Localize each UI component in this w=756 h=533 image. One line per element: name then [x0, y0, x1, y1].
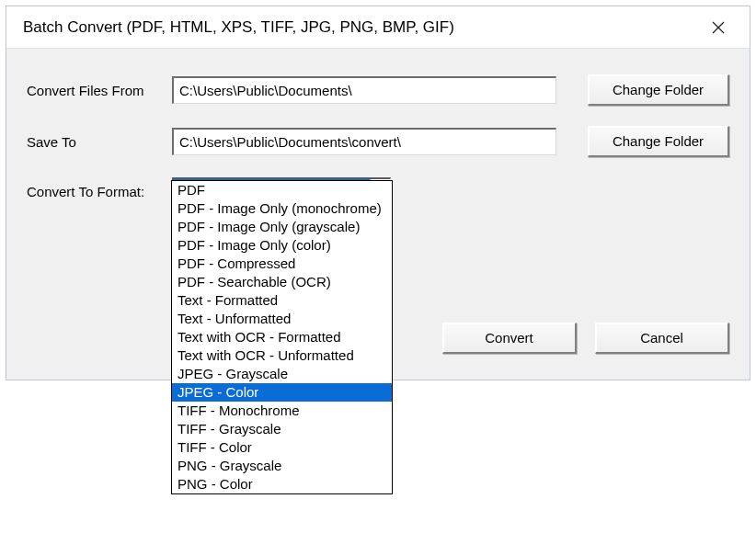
format-option[interactable]: Text - Formatted: [172, 291, 392, 310]
format-option[interactable]: PDF - Image Only (grayscale): [172, 218, 392, 236]
titlebar: Batch Convert (PDF, HTML, XPS, TIFF, JPG…: [6, 6, 750, 49]
change-folder-from-button[interactable]: Change Folder: [588, 74, 729, 106]
format-option[interactable]: PDF - Compressed: [172, 255, 392, 273]
label-format: Convert To Format:: [27, 184, 172, 199]
format-option[interactable]: JPEG - Grayscale: [172, 365, 392, 383]
change-folder-saveto-button[interactable]: Change Folder: [588, 126, 729, 157]
cancel-button[interactable]: Cancel: [595, 323, 729, 354]
format-option[interactable]: Text with OCR - Unformatted: [172, 346, 392, 365]
format-option[interactable]: PDF: [172, 181, 392, 199]
input-convert-from[interactable]: [172, 76, 556, 104]
format-option[interactable]: PDF - Image Only (monochrome): [172, 199, 392, 218]
format-option[interactable]: PNG - Color: [172, 475, 392, 493]
format-option[interactable]: TIFF - Monochrome: [172, 402, 392, 420]
format-dropdown-list[interactable]: PDFPDF - Image Only (monochrome)PDF - Im…: [171, 180, 393, 494]
action-buttons: Convert Cancel: [442, 323, 729, 354]
label-save-to: Save To: [27, 134, 172, 150]
close-button[interactable]: [700, 9, 737, 46]
format-option[interactable]: Text - Unformatted: [172, 310, 392, 328]
row-save-to: Save To Change Folder: [27, 126, 729, 157]
format-option[interactable]: JPEG - Color: [172, 383, 392, 402]
input-save-to[interactable]: [172, 128, 556, 155]
format-option[interactable]: PDF - Image Only (color): [172, 236, 392, 255]
row-convert-from: Convert Files From Change Folder: [27, 74, 729, 106]
close-icon: [711, 20, 726, 35]
convert-button[interactable]: Convert: [442, 323, 577, 354]
format-option[interactable]: TIFF - Color: [172, 438, 392, 457]
label-convert-from: Convert Files From: [27, 83, 172, 98]
format-option[interactable]: Text with OCR - Formatted: [172, 328, 392, 346]
format-option[interactable]: PNG - Grayscale: [172, 457, 392, 475]
dialog-title: Batch Convert (PDF, HTML, XPS, TIFF, JPG…: [23, 18, 700, 37]
format-option[interactable]: TIFF - Grayscale: [172, 420, 392, 438]
format-option[interactable]: PDF - Searchable (OCR): [172, 273, 392, 291]
